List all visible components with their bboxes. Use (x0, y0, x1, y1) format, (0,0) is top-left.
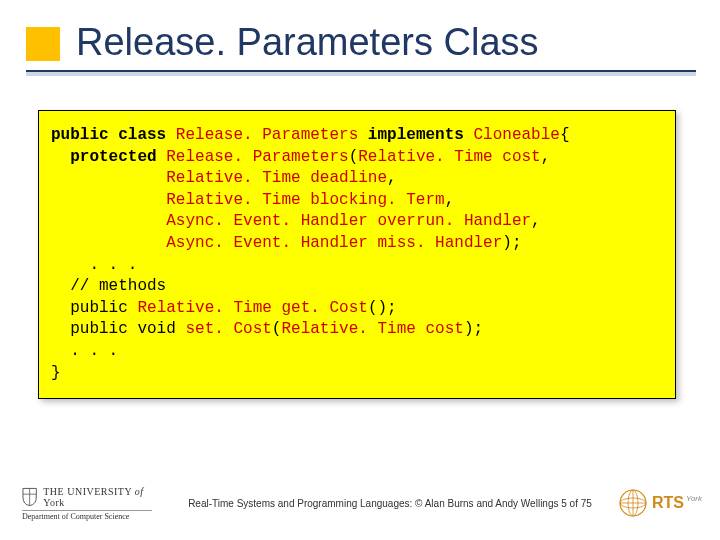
code-text (301, 191, 311, 209)
code-ident: Release. Parameters (166, 148, 348, 166)
bullet-icon (26, 27, 60, 61)
code-line: Relative. Time deadline, (51, 168, 663, 190)
rts-york: York (686, 494, 702, 503)
rts-text: RTSYork (652, 495, 702, 511)
code-ident: Relative. Time (137, 299, 271, 317)
code-text: ); (502, 234, 521, 252)
code-ident: Async. Event. Handler (166, 212, 368, 230)
slide-title: Release. Parameters Class (76, 21, 539, 64)
code-line: public void set. Cost(Relative. Time cos… (51, 319, 663, 341)
code-ident: cost (425, 320, 463, 338)
rts-logo: RTSYork (618, 488, 702, 518)
uoy-text-b: of (135, 486, 144, 497)
code-ident: Relative. Time (281, 320, 415, 338)
rts-label: RTS (652, 494, 684, 511)
university-logo: THE UNIVERSITY of York Department of Com… (22, 486, 162, 521)
code-line: } (51, 363, 663, 385)
code-text: ( (349, 148, 359, 166)
code-text (493, 148, 503, 166)
code-text (272, 299, 282, 317)
university-logo-top: THE UNIVERSITY of York (22, 486, 162, 508)
code-text: public (51, 299, 137, 317)
footer-text: Real-Time Systems and Programming Langua… (162, 498, 618, 509)
title-underline-shadow (26, 72, 696, 76)
code-line: public Relative. Time get. Cost(); (51, 298, 663, 320)
code-ident: set. Cost (185, 320, 271, 338)
code-keyword: implements (358, 126, 473, 144)
code-text: ( (272, 320, 282, 338)
code-text (51, 169, 166, 187)
uoy-text-a: THE UNIVERSITY (43, 486, 132, 497)
code-ident: blocking. Term (310, 191, 444, 209)
code-text: , (387, 169, 397, 187)
code-ident: deadline (310, 169, 387, 187)
code-line: . . . (51, 341, 663, 363)
code-text (51, 191, 166, 209)
code-text: , (541, 148, 551, 166)
title-row: Release. Parameters Class (26, 10, 700, 74)
code-ident: cost (502, 148, 540, 166)
code-line: public class Release. Parameters impleme… (51, 125, 663, 147)
code-text: , (445, 191, 455, 209)
code-ident: Relative. Time (166, 169, 300, 187)
code-ident: miss. Handler (377, 234, 502, 252)
code-ident: Relative. Time (358, 148, 492, 166)
code-ident: Cloneable (473, 126, 559, 144)
uoy-text-c: York (43, 497, 65, 508)
shield-icon (22, 487, 37, 507)
code-block: public class Release. Parameters impleme… (38, 110, 676, 399)
code-ident: Release. Parameters (176, 126, 358, 144)
university-name: THE UNIVERSITY of York (43, 486, 162, 508)
code-ident: overrun. Handler (377, 212, 531, 230)
code-text: ); (464, 320, 483, 338)
code-keyword: public class (51, 126, 176, 144)
footer: THE UNIVERSITY of York Department of Com… (0, 478, 720, 528)
code-text (301, 169, 311, 187)
code-text: public void (51, 320, 185, 338)
slide: Release. Parameters Class public class R… (0, 0, 720, 540)
code-text: , (531, 212, 541, 230)
code-ident: Relative. Time (166, 191, 300, 209)
code-text (51, 212, 166, 230)
code-ident: get. Cost (281, 299, 367, 317)
code-ident: Async. Event. Handler (166, 234, 368, 252)
globe-icon (618, 488, 648, 518)
code-line: // methods (51, 276, 663, 298)
code-line: Relative. Time blocking. Term, (51, 190, 663, 212)
code-text (51, 234, 166, 252)
code-line: Async. Event. Handler overrun. Handler, (51, 211, 663, 233)
code-line: protected Release. Parameters(Relative. … (51, 147, 663, 169)
code-text: { (560, 126, 570, 144)
code-keyword: protected (51, 148, 166, 166)
code-line: Async. Event. Handler miss. Handler); (51, 233, 663, 255)
code-text: (); (368, 299, 397, 317)
code-line: . . . (51, 255, 663, 277)
department-name: Department of Computer Science (22, 510, 152, 521)
